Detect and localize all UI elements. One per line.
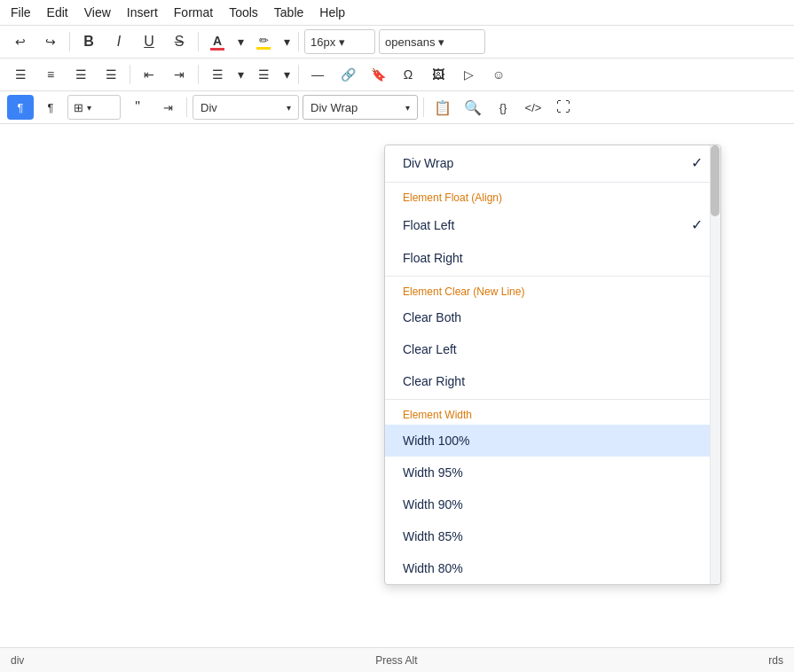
divider7: [186, 98, 187, 117]
undo-button[interactable]: ↩: [7, 29, 34, 54]
paragraph-mode-button[interactable]: ¶: [7, 95, 34, 120]
quote-button[interactable]: ": [124, 95, 151, 120]
check-float-left: ✓: [691, 216, 703, 233]
dropdown-label-clear-right: Clear Right: [403, 374, 465, 388]
scrollbar-thumb[interactable]: [711, 145, 719, 216]
font-size-arrow: ▾: [339, 35, 345, 49]
redo-button[interactable]: ↪: [37, 29, 64, 54]
divider6: [298, 65, 299, 84]
dropdown-item-float-right[interactable]: Float Right: [385, 242, 720, 274]
hr-button[interactable]: —: [304, 62, 331, 87]
status-right: rds: [768, 654, 783, 667]
link-button[interactable]: 🔗: [334, 62, 361, 87]
indent-inc-button[interactable]: ⇥: [166, 62, 193, 87]
menu-view[interactable]: View: [84, 5, 111, 20]
omega-button[interactable]: Ω: [395, 62, 421, 87]
divider5: [198, 65, 199, 84]
align-center-button[interactable]: ≡: [37, 62, 64, 87]
pilcrow-button[interactable]: ¶: [37, 95, 64, 120]
clipboard-button[interactable]: 📋: [429, 95, 456, 120]
menu-table[interactable]: Table: [274, 5, 303, 20]
menu-bar: File Edit View Insert Format Tools Table…: [0, 0, 794, 26]
menu-edit[interactable]: Edit: [47, 5, 68, 20]
section-float: Element Float (Align): [385, 184, 720, 207]
italic-button[interactable]: I: [106, 29, 132, 54]
dropdown-label-width-95: Width 95%: [403, 465, 463, 480]
dropdown-label-float-left: Float Left: [403, 218, 454, 232]
separator2: [385, 276, 720, 277]
toolbar-row2: ☰ ≡ ☰ ☰ ⇤ ⇥ ☰ ▾ ☰ ▾ — 🔗 🔖 Ω 🖼 ▷ ☺: [0, 59, 794, 91]
dropdown-item-width-95[interactable]: Width 95%: [385, 457, 720, 488]
font-color-button[interactable]: A: [204, 29, 231, 54]
menu-tools[interactable]: Tools: [229, 5, 258, 20]
status-hint: Press Alt: [375, 654, 417, 667]
dropdown-item-width-100[interactable]: Width 100%: [385, 425, 720, 457]
menu-help[interactable]: Help: [319, 5, 345, 20]
font-family-value: opensans: [385, 35, 435, 49]
unordered-list-arrow[interactable]: ▾: [234, 62, 247, 87]
dropdown-panel: Div Wrap ✓ Element Float (Align) Float L…: [384, 145, 721, 585]
indent-button[interactable]: ⇥: [154, 95, 181, 120]
align-justify-button[interactable]: ☰: [98, 62, 124, 87]
ordered-list-arrow[interactable]: ▾: [280, 62, 293, 87]
dropdown-label-width-90: Width 90%: [403, 497, 463, 512]
status-bar: div Press Alt rds: [0, 647, 794, 672]
font-family-arrow: ▾: [438, 35, 444, 49]
image-button[interactable]: 🖼: [425, 62, 452, 87]
font-size-select[interactable]: 16px ▾: [304, 29, 375, 54]
dropdown-item-clear-right[interactable]: Clear Right: [385, 365, 720, 397]
divider3: [298, 32, 299, 51]
block-type-select[interactable]: Div ▾: [193, 95, 299, 120]
code-button[interactable]: {}: [490, 95, 516, 120]
font-family-select[interactable]: opensans ▾: [379, 29, 485, 54]
bold-button[interactable]: B: [75, 29, 102, 54]
section-clear: Element Clear (New Line): [385, 278, 720, 301]
menu-format[interactable]: Format: [174, 5, 213, 20]
fullscreen-button[interactable]: ⛶: [550, 95, 577, 120]
divider2: [198, 32, 199, 51]
toolbar-row3: ¶ ¶ ⊞ ▾ " ⇥ Div ▾ Div Wrap ▾ 📋 🔍 {} </> …: [0, 91, 794, 124]
separator1: [385, 182, 720, 183]
menu-insert[interactable]: Insert: [127, 5, 158, 20]
divider1: [69, 32, 70, 51]
source-button[interactable]: </>: [520, 95, 546, 120]
dropdown-label-width-85: Width 85%: [403, 529, 463, 543]
dropdown-item-clear-left[interactable]: Clear Left: [385, 333, 720, 365]
menu-file[interactable]: File: [11, 5, 31, 20]
highlight-button[interactable]: ✏: [250, 29, 277, 54]
check-divwrap: ✓: [691, 154, 703, 171]
wrap-type-select[interactable]: Div Wrap ▾: [303, 95, 418, 120]
ordered-list-button[interactable]: ☰: [250, 62, 277, 87]
dropdown-item-divwrap[interactable]: Div Wrap ✓: [385, 145, 720, 180]
dropdown-item-width-90[interactable]: Width 90%: [385, 488, 720, 520]
search-button[interactable]: 🔍: [460, 95, 486, 120]
font-size-value: 16px: [311, 35, 335, 49]
emoji-button[interactable]: ☺: [485, 62, 512, 87]
dropdown-label-divwrap: Div Wrap: [403, 156, 453, 170]
dropdown-label-width-100: Width 100%: [403, 434, 469, 448]
dropdown-item-width-80[interactable]: Width 80%: [385, 552, 720, 584]
dropdown-label-clear-left: Clear Left: [403, 342, 457, 356]
unordered-list-button[interactable]: ☰: [204, 62, 231, 87]
section-width: Element Width: [385, 402, 720, 425]
scrollbar-track[interactable]: [710, 145, 720, 584]
media-button[interactable]: ▷: [455, 62, 482, 87]
highlight-arrow[interactable]: ▾: [280, 29, 293, 54]
status-element: div: [11, 654, 24, 667]
dropdown-label-float-right: Float Right: [403, 251, 463, 265]
font-color-arrow[interactable]: ▾: [234, 29, 247, 54]
dropdown-item-width-85[interactable]: Width 85%: [385, 520, 720, 552]
indent-dec-button[interactable]: ⇤: [136, 62, 162, 87]
strikethrough-button[interactable]: S: [166, 29, 193, 54]
dropdown-item-float-left[interactable]: Float Left ✓: [385, 207, 720, 242]
align-left-button[interactable]: ☰: [7, 62, 34, 87]
divider8: [423, 98, 424, 117]
underline-button[interactable]: U: [136, 29, 162, 54]
dropdown-item-clear-both[interactable]: Clear Both: [385, 301, 720, 333]
align-right-button[interactable]: ☰: [67, 62, 94, 87]
bookmark-button[interactable]: 🔖: [365, 62, 391, 87]
wrap-type-arrow: ▾: [405, 103, 410, 113]
table-select[interactable]: ⊞ ▾: [67, 95, 121, 120]
dropdown-label-width-80: Width 80%: [403, 561, 463, 575]
separator3: [385, 399, 720, 400]
